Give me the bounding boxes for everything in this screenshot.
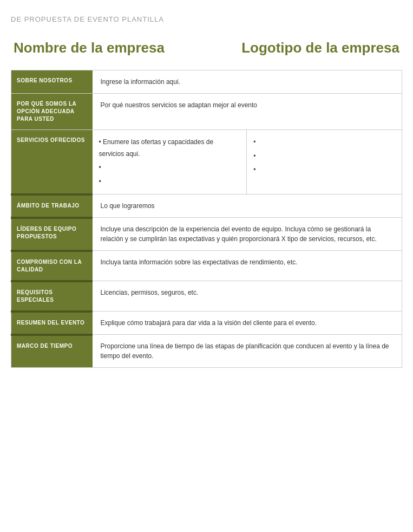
table-row-servicios: SERVICIOS OFRECIDOS • Enumere las oferta… bbox=[11, 130, 402, 194]
label-sobre-nosotros: SOBRE NOSOTROS bbox=[11, 70, 93, 94]
service-bullet: • bbox=[99, 162, 240, 174]
table-row-requisitos: REQUISITOS ESPECIALES Licencias, permiso… bbox=[11, 281, 402, 312]
table-row-lideres: LÍDERES DE EQUIPO PROPUESTOS Incluye una… bbox=[11, 218, 402, 251]
service-bullet: • bbox=[253, 137, 395, 148]
service-bullet: • bbox=[253, 151, 395, 163]
content-lideres: Incluye una descripción de la experienci… bbox=[93, 218, 402, 251]
label-ambito: ÁMBITO DE TRABAJO bbox=[11, 194, 93, 218]
table-row-compromiso: COMPROMISO CON LA CALIDAD Incluya tanta … bbox=[11, 251, 402, 281]
table-row-resumen: RESUMEN DEL EVENTO Explique cómo trabaja… bbox=[11, 312, 402, 335]
label-lideres: LÍDERES DE EQUIPO PROPUESTOS bbox=[11, 218, 93, 251]
table-row: POR QUÉ SOMOS LA OPCIÓN ADECUADA PARA US… bbox=[11, 94, 402, 130]
service-bullet: • Enumere las ofertas y capacidades de s… bbox=[99, 137, 240, 160]
services-col-left: • Enumere las ofertas y capacidades de s… bbox=[93, 130, 247, 194]
company-name: Nombre de la empresa bbox=[14, 40, 165, 56]
content-por-que: Por qué nuestros servicios se adaptan me… bbox=[93, 94, 402, 130]
content-resumen: Explique cómo trabajará para dar vida a … bbox=[93, 312, 402, 335]
table-row-ambito: ÁMBITO DE TRABAJO Lo que lograremos bbox=[11, 194, 402, 218]
label-marco: MARCO DE TIEMPO bbox=[11, 335, 93, 368]
label-compromiso: COMPROMISO CON LA CALIDAD bbox=[11, 251, 93, 281]
service-bullet: • bbox=[253, 164, 395, 176]
content-sobre-nosotros: Ingrese la información aqui. bbox=[93, 70, 402, 94]
company-header: Nombre de la empresa Logotipo de la empr… bbox=[11, 40, 402, 56]
proposal-table: SOBRE NOSOTROS Ingrese la información aq… bbox=[11, 70, 402, 368]
table-row: SOBRE NOSOTROS Ingrese la información aq… bbox=[11, 70, 402, 94]
page: DE PROPUESTA DE EVENTO PLANTILLA Nombre … bbox=[0, 0, 413, 532]
page-title: DE PROPUESTA DE EVENTO PLANTILLA bbox=[11, 11, 402, 23]
label-servicios: SERVICIOS OFRECIDOS bbox=[11, 130, 93, 194]
content-compromiso: Incluya tanta información sobre las expe… bbox=[93, 251, 402, 281]
services-grid: • Enumere las ofertas y capacidades de s… bbox=[93, 130, 402, 194]
content-ambito: Lo que lograremos bbox=[93, 194, 402, 218]
services-col-right: • • • bbox=[247, 130, 402, 194]
content-requisitos: Licencias, permisos, seguros, etc. bbox=[93, 281, 402, 312]
label-resumen: RESUMEN DEL EVENTO bbox=[11, 312, 93, 335]
label-por-que: POR QUÉ SOMOS LA OPCIÓN ADECUADA PARA US… bbox=[11, 94, 93, 130]
content-marco: Proporcione una línea de tiempo de las e… bbox=[93, 335, 402, 368]
company-logo: Logotipo de la empresa bbox=[241, 40, 399, 56]
label-requisitos: REQUISITOS ESPECIALES bbox=[11, 281, 93, 312]
content-servicios: • Enumere las ofertas y capacidades de s… bbox=[93, 130, 402, 194]
service-bullet: • bbox=[99, 176, 240, 188]
table-row-marco: MARCO DE TIEMPO Proporcione una línea de… bbox=[11, 335, 402, 368]
